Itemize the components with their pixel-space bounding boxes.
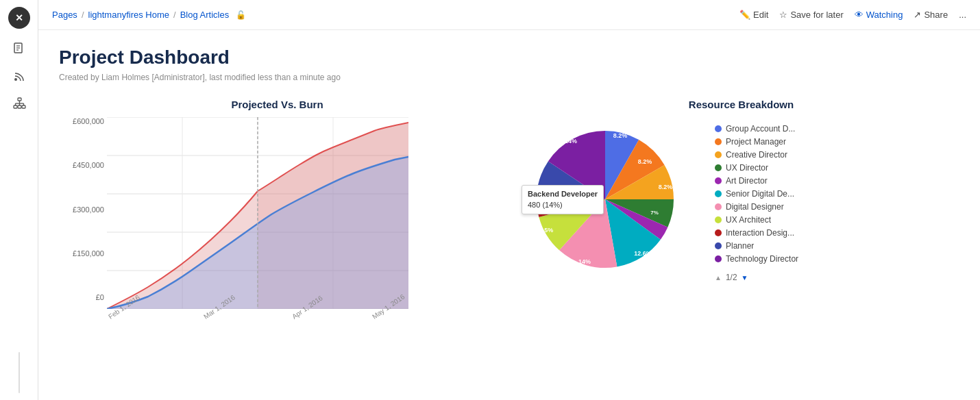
legend-dot-9 <box>715 229 722 236</box>
legend-dot-3 <box>715 151 722 158</box>
legend-label-6: Senior Digital De... <box>726 189 794 199</box>
breadcrumb-pages[interactable]: Pages <box>52 10 77 20</box>
svg-text:8.2%: 8.2% <box>638 158 652 165</box>
svg-rect-5 <box>18 98 21 101</box>
edit-button[interactable]: ✏️ Edit <box>739 10 768 20</box>
edit-label: Edit <box>753 10 768 20</box>
svg-rect-6 <box>14 105 17 108</box>
edit-icon: ✏️ <box>739 10 750 20</box>
area-chart-section: Projected Vs. Burn £600,000 £450,000 £30… <box>59 99 495 322</box>
area-chart-wrapper: £600,000 £450,000 £300,000 £150,000 £0 <box>59 117 495 322</box>
y-label-3: £300,000 <box>73 205 104 214</box>
legend-page-down-icon[interactable]: ▼ <box>742 274 748 282</box>
legend-item-8: UX Architect <box>715 215 798 225</box>
y-label-1: £600,000 <box>73 117 104 125</box>
svg-text:7%: 7% <box>650 210 659 216</box>
legend-item-10: Planner <box>715 241 798 251</box>
svg-text:14%: 14% <box>565 138 577 145</box>
legend-label-11: Technology Director <box>726 254 798 264</box>
legend-item-3: Creative Director <box>715 150 798 160</box>
save-for-later-label: Save for later <box>790 10 843 20</box>
legend-page-number: 1/2 <box>726 273 737 282</box>
svg-text:6.5%: 6.5% <box>539 227 554 234</box>
legend-dot-7 <box>715 203 722 210</box>
legend-label-1: Group Account D... <box>726 124 795 134</box>
y-label-5: £0 <box>96 293 104 301</box>
area-chart-svg <box>107 117 408 309</box>
legend-dot-2 <box>715 138 722 145</box>
svg-text:8.2%: 8.2% <box>659 184 673 190</box>
legend-page-up-icon: ▲ <box>715 274 722 282</box>
save-for-later-button[interactable]: ☆ Save for later <box>779 10 843 20</box>
star-icon: ☆ <box>779 10 787 20</box>
legend-label-3: Creative Director <box>726 150 787 160</box>
pie-container: Backend Developer 480 (14%) <box>523 117 701 295</box>
svg-point-4 <box>14 78 17 81</box>
y-label-2: £450,000 <box>73 161 104 169</box>
pie-chart-wrapper: Backend Developer 480 (14%) <box>523 117 959 295</box>
svg-text:12.6%: 12.6% <box>634 250 652 257</box>
svg-text:14%: 14% <box>578 258 591 265</box>
legend-label-7: Digital Designer <box>726 202 784 212</box>
more-button[interactable]: ... <box>959 10 966 20</box>
legend-label-9: Interaction Desig... <box>726 228 794 238</box>
legend-label-5: Art Director <box>726 176 768 186</box>
legend-label-2: Project Manager <box>726 137 786 147</box>
svg-text:8.2%: 8.2% <box>613 132 628 139</box>
sidebar-logo[interactable]: ✕ <box>8 7 30 29</box>
legend-item-2: Project Manager <box>715 137 798 147</box>
share-icon: ↗ <box>914 10 921 20</box>
pie-tooltip-value: 480 (14%) <box>528 199 598 211</box>
share-button[interactable]: ↗ Share <box>914 10 948 20</box>
legend-item-6: Senior Digital De... <box>715 189 798 199</box>
eye-icon: 👁 <box>855 10 863 20</box>
legend-dot-10 <box>715 242 722 249</box>
share-label: Share <box>924 10 948 20</box>
legend-item-4: UX Director <box>715 163 798 173</box>
legend-item-5: Art Director <box>715 176 798 186</box>
svg-rect-8 <box>22 105 25 108</box>
page-title: Project Dashboard <box>59 47 959 68</box>
main-content: Pages / lightmanyfires Home / Blog Artic… <box>38 0 980 400</box>
pie-legend: Group Account D... Project Manager Creat… <box>715 117 798 282</box>
breadcrumb: Pages / lightmanyfires Home / Blog Artic… <box>52 10 246 20</box>
sidebar-icon-hierarchy[interactable] <box>12 96 27 111</box>
legend-pagination: ▲ 1/2 ▼ <box>715 273 798 282</box>
legend-dot-6 <box>715 190 722 197</box>
charts-container: Projected Vs. Burn £600,000 £450,000 £30… <box>59 99 959 322</box>
legend-dot-5 <box>715 177 722 184</box>
y-label-4: £150,000 <box>73 249 104 258</box>
page-meta: Created by Liam Holmes [Administrator], … <box>59 73 959 82</box>
legend-label-10: Planner <box>726 241 754 251</box>
y-axis-labels: £600,000 £450,000 £300,000 £150,000 £0 <box>59 117 107 301</box>
pie-tooltip-title: Backend Developer <box>528 188 598 200</box>
breadcrumb-home[interactable]: lightmanyfires Home <box>88 10 170 20</box>
legend-item-7: Digital Designer <box>715 202 798 212</box>
legend-item-11: Technology Director <box>715 254 798 264</box>
lock-icon: 🔓 <box>236 10 246 20</box>
breadcrumb-sep-2: / <box>173 10 176 20</box>
sidebar: ✕ <box>0 0 38 400</box>
legend-dot-4 <box>715 164 722 171</box>
pie-chart-title: Resource Breakdown <box>523 99 959 110</box>
sidebar-icon-pages[interactable] <box>12 41 27 56</box>
top-actions: ✏️ Edit ☆ Save for later 👁 Watching ↗ Sh… <box>739 10 966 20</box>
top-bar: Pages / lightmanyfires Home / Blog Artic… <box>38 0 980 30</box>
breadcrumb-sep-1: / <box>82 10 84 20</box>
breadcrumb-current[interactable]: Blog Articles <box>180 10 230 20</box>
page-body: Project Dashboard Created by Liam Holmes… <box>38 30 980 400</box>
legend-label-8: UX Architect <box>726 215 771 225</box>
svg-rect-7 <box>18 105 21 108</box>
pie-tooltip: Backend Developer 480 (14%) <box>522 185 604 214</box>
legend-dot-11 <box>715 255 722 262</box>
more-label: ... <box>959 10 966 20</box>
sidebar-icon-feed[interactable] <box>12 68 27 84</box>
legend-dot-1 <box>715 125 722 132</box>
legend-item-1: Group Account D... <box>715 124 798 134</box>
legend-label-4: UX Director <box>726 163 768 173</box>
area-chart-title: Projected Vs. Burn <box>59 99 495 110</box>
pie-chart-section: Resource Breakdown Backend Developer 480… <box>523 99 959 295</box>
legend-dot-8 <box>715 216 722 223</box>
legend-item-9: Interaction Desig... <box>715 228 798 238</box>
watching-button[interactable]: 👁 Watching <box>855 10 903 20</box>
